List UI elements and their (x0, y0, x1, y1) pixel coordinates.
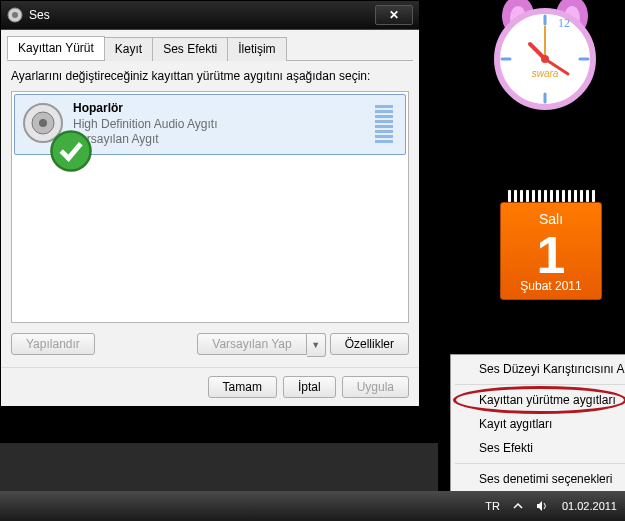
tab-comm[interactable]: İletişim (227, 37, 286, 61)
clock-gadget[interactable]: 12 swara (490, 4, 600, 114)
tab-playback[interactable]: Kayıttan Yürüt (7, 36, 105, 60)
tray-context-menu: Ses Düzeyi Karıştırıcısını AçKayıttan yü… (450, 354, 625, 494)
close-button[interactable]: ✕ (375, 5, 413, 25)
dialog-title: Ses (29, 8, 375, 22)
taskbar-app-area (0, 443, 438, 491)
tab-sounds[interactable]: Ses Efekti (152, 37, 228, 61)
taskbar[interactable]: TR 01.02.2011 (0, 491, 625, 521)
svg-text:12: 12 (558, 16, 570, 30)
svg-point-1 (12, 12, 18, 18)
context-menu-item[interactable]: Ses Düzeyi Karıştırıcısını Aç (453, 357, 625, 381)
tab-strip: Kayıttan Yürüt Kayıt Ses Efekti İletişim (7, 36, 413, 61)
calendar-rings (500, 186, 602, 202)
tray-chevron-icon[interactable] (510, 498, 526, 514)
chevron-down-icon[interactable]: ▼ (307, 333, 326, 357)
clock-brand: swara (490, 68, 600, 79)
language-indicator[interactable]: TR (479, 500, 506, 512)
context-menu-item[interactable]: Kayıttan yürütme aygıtları (453, 388, 625, 412)
svg-point-5 (51, 131, 90, 170)
set-default-button[interactable]: Varsayılan Yap (197, 333, 306, 355)
context-menu-item[interactable]: Ses denetimi seçenekleri (453, 467, 625, 491)
svg-point-19 (541, 55, 549, 63)
calendar-month: Şubat 2011 (505, 279, 597, 293)
device-list[interactable]: Hoparlör High Definition Audio Aygıtı Va… (11, 91, 409, 323)
instruction-text: Ayarlarını değiştireceğiniz kayıttan yür… (11, 69, 409, 83)
context-menu-item[interactable]: Kayıt aygıtları (453, 412, 625, 436)
context-menu-item[interactable]: Ses Efekti (453, 436, 625, 460)
speaker-icon (21, 101, 65, 145)
volume-icon[interactable] (534, 498, 550, 514)
taskbar-date[interactable]: 01.02.2011 (554, 500, 625, 512)
device-driver: High Definition Audio Aygıtı (73, 117, 375, 133)
calendar-date: 1 (505, 229, 597, 281)
tab-recording[interactable]: Kayıt (104, 37, 153, 61)
cancel-button[interactable]: İptal (283, 376, 336, 398)
ok-button[interactable]: Tamam (208, 376, 277, 398)
device-item[interactable]: Hoparlör High Definition Audio Aygıtı Va… (14, 94, 406, 155)
titlebar[interactable]: Ses ✕ (1, 1, 419, 29)
checkmark-icon (49, 129, 67, 147)
level-meter (375, 101, 399, 148)
calendar-gadget[interactable]: Salı 1 Şubat 2011 (500, 186, 602, 300)
configure-button[interactable]: Yapılandır (11, 333, 95, 355)
device-status: Varsayılan Aygıt (73, 132, 375, 148)
svg-point-4 (39, 119, 47, 127)
device-text: Hoparlör High Definition Audio Aygıtı Va… (73, 101, 375, 148)
apply-button[interactable]: Uygula (342, 376, 409, 398)
context-menu-separator (455, 463, 625, 464)
sound-icon (7, 7, 23, 23)
properties-button[interactable]: Özellikler (330, 333, 409, 355)
device-name: Hoparlör (73, 101, 375, 117)
context-menu-separator (455, 384, 625, 385)
calendar-day: Salı (505, 211, 597, 227)
sound-dialog: Ses ✕ Kayıttan Yürüt Kayıt Ses Efekti İl… (0, 0, 420, 407)
